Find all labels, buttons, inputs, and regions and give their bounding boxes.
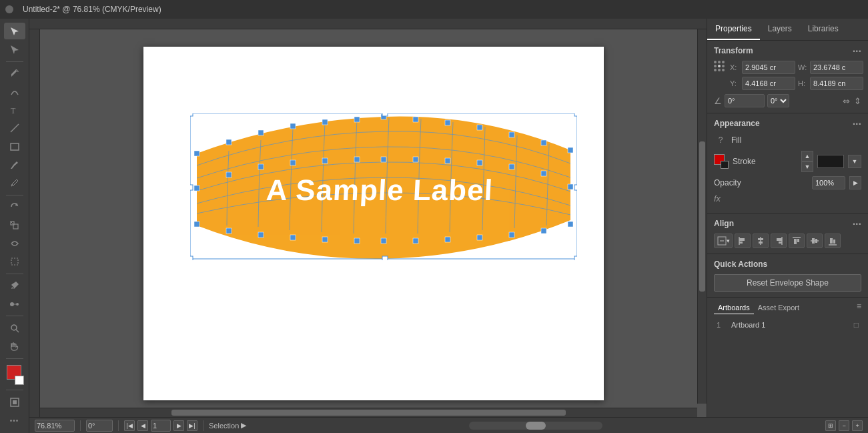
rotate-tool[interactable] [4, 199, 25, 215]
last-page-btn[interactable]: ▶| [187, 420, 197, 431]
scrollbar-thumb-v[interactable] [699, 141, 705, 291]
y-input[interactable] [742, 77, 795, 90]
tab-artboards[interactable]: Artboards [714, 302, 754, 314]
canvas-position-slider[interactable] [469, 422, 602, 430]
stroke-color[interactable] [15, 376, 24, 385]
appearance-section: Appearance ··· ? Fill Stroke [707, 113, 868, 213]
anchor-grid[interactable] [714, 61, 725, 71]
align-more[interactable]: ··· [853, 219, 861, 230]
angle-input[interactable] [725, 94, 765, 107]
stroke-down[interactable]: ▼ [801, 161, 813, 172]
tab-libraries[interactable]: Libraries [800, 19, 847, 40]
envelope-wrapper[interactable]: A Sample Label A Sample Label [190, 113, 577, 260]
svg-rect-20 [322, 119, 328, 125]
close-button[interactable] [5, 5, 13, 13]
stroke-dropdown[interactable]: ▼ [848, 155, 861, 168]
line-tool[interactable] [4, 119, 25, 136]
scrollbar-thumb-h[interactable] [171, 410, 566, 416]
zoom-in-btn[interactable]: + [852, 420, 863, 431]
fill-question-icon[interactable]: ? [714, 133, 727, 147]
align-left-btn[interactable] [735, 234, 751, 248]
fill-label: Fill [731, 135, 861, 145]
stroke-color-preview[interactable] [817, 155, 844, 168]
artboard-icon[interactable]: □ [854, 320, 859, 330]
align-to-dropdown[interactable]: ▾ [714, 234, 733, 248]
svg-rect-25 [477, 125, 482, 130]
zoom-input[interactable] [35, 420, 75, 432]
opacity-arrow[interactable]: ▶ [849, 176, 861, 189]
stroke-swatch[interactable] [714, 154, 729, 169]
flip-vertical-icon[interactable]: ⇕ [854, 96, 861, 106]
first-page-btn[interactable]: |◀ [124, 420, 135, 431]
vertical-scrollbar[interactable] [697, 29, 707, 404]
free-transform-tool[interactable] [4, 254, 25, 270]
fx-label[interactable]: fx [714, 193, 721, 203]
tool-separator-6 [6, 390, 23, 390]
zoom-out-btn[interactable]: − [839, 420, 849, 431]
paintbrush-tool[interactable] [4, 156, 25, 173]
screen-mode[interactable] [4, 394, 25, 410]
prev-page-btn[interactable]: ◀ [137, 420, 148, 431]
h-input[interactable] [810, 77, 863, 90]
svg-rect-45 [290, 235, 296, 240]
page-input[interactable] [151, 420, 171, 432]
svg-rect-37 [445, 158, 450, 163]
status-angle-input[interactable] [86, 420, 113, 432]
fit-artboard-btn[interactable]: ⊞ [825, 420, 836, 431]
align-right-btn[interactable] [771, 234, 787, 248]
svg-rect-33 [322, 158, 328, 163]
w-input[interactable] [810, 61, 863, 74]
artboards-menu[interactable]: ≡ [857, 302, 861, 314]
flip-horizontal-icon[interactable]: ⇔ [843, 96, 850, 106]
svg-rect-29 [194, 185, 199, 191]
tool-arrow[interactable]: ▶ [241, 421, 246, 430]
eyedropper-tool[interactable] [4, 278, 25, 294]
scale-tool[interactable] [4, 217, 25, 234]
hand-tool[interactable] [4, 338, 25, 355]
left-toolbar: T [0, 19, 29, 433]
svg-rect-59 [190, 185, 193, 190]
tab-layers[interactable]: Layers [760, 19, 800, 40]
selection-tool[interactable] [4, 23, 25, 39]
pen-tool[interactable] [4, 65, 25, 82]
stroke-up[interactable]: ▲ [801, 151, 813, 161]
svg-rect-26 [509, 132, 514, 137]
more-tools[interactable]: ••• [4, 412, 25, 429]
tab-properties[interactable]: Properties [707, 19, 760, 40]
status-bar: 76.81% |◀ ◀ ▶ ▶| Selection ▶ [29, 417, 868, 433]
horizontal-scrollbar[interactable] [40, 408, 697, 417]
tab-asset-export[interactable]: Asset Export [754, 302, 803, 314]
align-top-btn[interactable] [789, 234, 805, 248]
opacity-input[interactable] [812, 176, 845, 189]
x-input[interactable] [742, 61, 795, 74]
align-center-v-btn[interactable] [807, 234, 823, 248]
warp-tool[interactable] [4, 235, 25, 252]
fx-row[interactable]: fx [714, 193, 861, 203]
pencil-tool[interactable] [4, 174, 25, 191]
curvature-tool[interactable] [4, 83, 25, 100]
transform-more[interactable]: ··· [853, 46, 861, 57]
type-tool[interactable]: T [4, 101, 25, 118]
stroke-bg-color [721, 161, 729, 169]
appearance-more[interactable]: ··· [853, 119, 861, 129]
canvas-scroll[interactable]: A Sample Label A Sample Label [40, 29, 707, 417]
align-center-h-btn[interactable] [753, 234, 769, 248]
align-bottom-btn[interactable] [825, 234, 841, 248]
direct-selection-tool[interactable] [4, 41, 25, 57]
canvas-position-thumb[interactable] [526, 422, 546, 430]
color-boxes[interactable] [4, 364, 25, 386]
canvas-area[interactable]: A Sample Label A Sample Label [29, 19, 707, 417]
svg-rect-34 [354, 157, 360, 162]
reset-envelope-button[interactable]: Reset Envelope Shape [714, 274, 861, 292]
angle-icon: ∠ [714, 96, 722, 106]
blend-tool[interactable] [4, 296, 25, 312]
artboard-number: 1 [717, 321, 727, 329]
svg-rect-39 [509, 164, 514, 169]
zoom-tool[interactable] [4, 320, 25, 336]
svg-rect-56 [190, 113, 193, 116]
next-page-btn[interactable]: ▶ [173, 420, 184, 431]
rect-tool[interactable] [4, 138, 25, 155]
opacity-row: Opacity ▶ [714, 176, 861, 189]
svg-rect-54 [568, 222, 573, 227]
angle-select[interactable]: 0° [767, 94, 789, 107]
